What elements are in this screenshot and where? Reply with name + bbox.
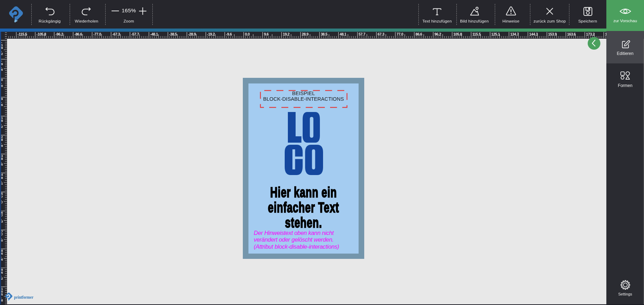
svg-text:9: 9 (1, 144, 3, 148)
svg-text:-96.2: -96.2 (56, 32, 63, 36)
svg-text:-86.6: -86.6 (74, 32, 82, 36)
svg-text:67.3: 67.3 (378, 32, 384, 36)
svg-text:57.7: 57.7 (359, 32, 365, 36)
svg-text:-28.9: -28.9 (188, 32, 196, 36)
svg-text:2: 2 (1, 277, 3, 280)
svg-text:28.9: 28.9 (302, 32, 309, 36)
svg-text:115.5: 115.5 (472, 32, 481, 36)
svg-text:-19.2: -19.2 (207, 32, 215, 36)
svg-text:0.0: 0.0 (245, 32, 250, 36)
svg-text:-67.3: -67.3 (112, 32, 120, 36)
svg-text:6: 6 (1, 103, 3, 107)
svg-text:77.0: 77.0 (397, 32, 403, 36)
svg-text:2: 2 (1, 52, 3, 56)
svg-text:105.8: 105.8 (453, 32, 462, 36)
svg-text:173.2: 173.2 (586, 32, 595, 36)
svg-text:3: 3 (1, 220, 3, 223)
svg-text:96.2: 96.2 (435, 32, 441, 36)
svg-text:6: 6 (1, 68, 3, 71)
svg-text:86.6: 86.6 (416, 32, 422, 36)
svg-text:-38.5: -38.5 (169, 32, 177, 36)
svg-text:134.7: 134.7 (510, 32, 519, 36)
svg-text:5: 5 (1, 163, 3, 166)
svg-text:153.9: 153.9 (548, 32, 557, 36)
svg-text:163.6: 163.6 (567, 32, 576, 36)
svg-text:9.6: 9.6 (264, 32, 269, 36)
svg-text:-115.5: -115.5 (18, 32, 27, 36)
svg-text:144.3: 144.3 (529, 32, 538, 36)
svg-text:19.2: 19.2 (283, 32, 290, 36)
svg-text:1: 1 (1, 182, 3, 185)
svg-text:7: 7 (1, 201, 3, 204)
svg-text:-48.1: -48.1 (150, 32, 158, 36)
svg-text:8: 8 (1, 299, 3, 302)
svg-text:0: 0 (1, 239, 3, 242)
svg-text:-77.0: -77.0 (93, 32, 101, 36)
svg-text:38.5: 38.5 (321, 32, 327, 36)
svg-text:-9.6: -9.6 (226, 32, 232, 36)
svg-text:48.1: 48.1 (340, 32, 346, 36)
svg-text:-105.8: -105.8 (37, 32, 46, 36)
svg-text:-57.7: -57.7 (131, 32, 139, 36)
svg-text:2: 2 (1, 125, 3, 129)
svg-text:6: 6 (1, 258, 3, 261)
svg-text:125.1: 125.1 (491, 32, 500, 36)
svg-text:0: 0 (1, 84, 3, 88)
